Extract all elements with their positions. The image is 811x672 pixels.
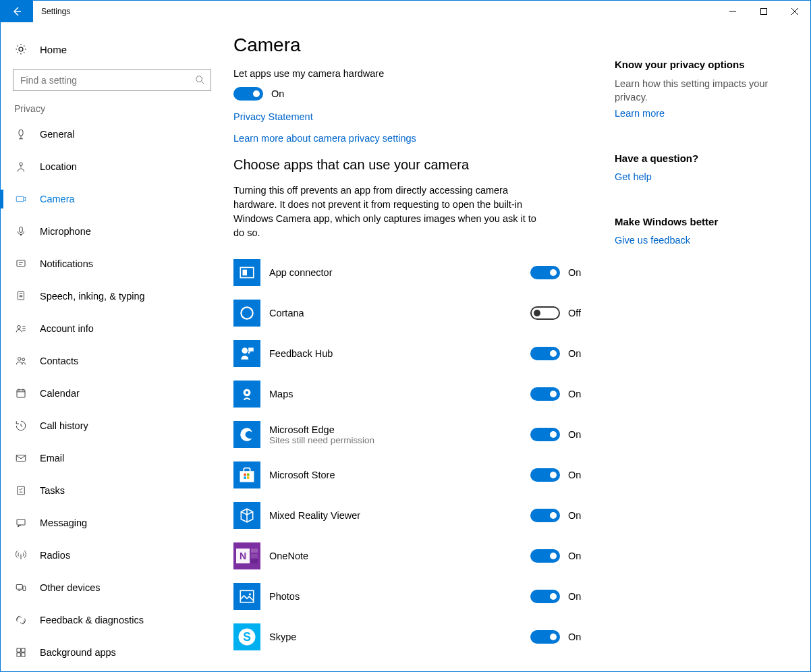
gear-icon xyxy=(14,43,28,56)
app-row: Mixed Reality ViewerOn xyxy=(233,495,594,536)
sidebar-item-camera[interactable]: Camera xyxy=(1,183,223,215)
sidebar-item-label: Calendar xyxy=(40,388,80,399)
home-button[interactable]: Home xyxy=(1,40,223,59)
maximize-button[interactable] xyxy=(748,1,779,22)
app-toggle[interactable] xyxy=(530,347,560,360)
svg-point-8 xyxy=(18,326,21,329)
aside-privacy-body: Learn how this setting impacts your priv… xyxy=(615,77,770,105)
app-icon xyxy=(233,300,260,327)
app-name-label: Skype xyxy=(269,632,530,642)
sidebar-item-label: Location xyxy=(40,161,77,172)
window-controls xyxy=(717,1,810,22)
svg-rect-38 xyxy=(251,559,258,563)
aside-feedback-title: Make Windows better xyxy=(615,216,770,227)
search-input[interactable] xyxy=(13,69,211,91)
app-toggle[interactable] xyxy=(530,387,560,401)
svg-rect-16 xyxy=(23,586,26,591)
sidebar-item-label: Tasks xyxy=(40,485,65,496)
svg-rect-36 xyxy=(251,549,258,553)
app-row: App connectorOn xyxy=(233,252,594,293)
app-toggle-state: On xyxy=(568,470,581,480)
sidebar-item-label: Account info xyxy=(40,323,94,334)
svg-point-1 xyxy=(196,76,202,82)
aside-give-feedback-link[interactable]: Give us feedback xyxy=(615,235,690,246)
back-button[interactable] xyxy=(1,1,33,22)
sidebar-item-messaging[interactable]: Messaging xyxy=(1,507,223,539)
svg-rect-32 xyxy=(247,476,250,479)
app-row: MapsOn xyxy=(233,374,594,414)
tasks-icon xyxy=(14,484,28,497)
app-toggle-state: Off xyxy=(568,308,581,318)
app-icon xyxy=(233,421,260,448)
sidebar-item-tasks[interactable]: Tasks xyxy=(1,474,223,507)
app-name-label: Microsoft Edge xyxy=(269,424,530,435)
sidebar-item-radios[interactable]: Radios xyxy=(1,539,223,571)
svg-text:N: N xyxy=(240,551,246,561)
app-toggle[interactable] xyxy=(530,306,560,320)
sidebar-item-label: Speech, inking, & typing xyxy=(40,291,145,302)
sidebar-item-label: Background apps xyxy=(40,647,116,658)
sidebar-item-speech[interactable]: Speech, inking, & typing xyxy=(1,280,223,312)
sidebar: Home Privacy GeneralLocationCameraMicrop… xyxy=(1,22,223,671)
svg-rect-11 xyxy=(17,390,25,397)
app-toggle[interactable] xyxy=(530,630,560,644)
minimize-button[interactable] xyxy=(717,1,748,22)
sidebar-item-email[interactable]: Email xyxy=(1,442,223,474)
master-toggle-label: Let apps use my camera hardware xyxy=(233,68,594,79)
sidebar-item-label: Messaging xyxy=(40,517,87,528)
svg-rect-19 xyxy=(17,653,20,656)
svg-rect-5 xyxy=(20,227,23,232)
search-icon xyxy=(195,75,204,87)
sidebar-item-otherdevices[interactable]: Other devices xyxy=(1,571,223,604)
sidebar-item-callhistory[interactable]: Call history xyxy=(1,410,223,442)
app-row: NOneNoteOn xyxy=(233,536,594,576)
app-toggle[interactable] xyxy=(530,509,560,522)
learn-more-camera-link[interactable]: Learn more about camera privacy settings xyxy=(233,133,594,144)
sidebar-item-microphone[interactable]: Microphone xyxy=(1,215,223,248)
sidebar-item-feedback[interactable]: Feedback & diagnostics xyxy=(1,604,223,636)
svg-rect-2 xyxy=(19,130,23,136)
section-label: Privacy xyxy=(1,103,223,118)
app-toggle[interactable] xyxy=(530,468,560,482)
app-toggle[interactable] xyxy=(530,428,560,441)
svg-point-9 xyxy=(18,358,22,361)
privacy-statement-link[interactable]: Privacy Statement xyxy=(233,111,594,122)
app-toggle[interactable] xyxy=(530,590,560,603)
sidebar-item-location[interactable]: Location xyxy=(1,150,223,183)
microphone-icon xyxy=(14,225,28,238)
aside-get-help-link[interactable]: Get help xyxy=(615,171,652,182)
email-icon xyxy=(14,451,28,465)
app-toggle[interactable] xyxy=(530,266,560,279)
svg-rect-18 xyxy=(22,648,25,652)
close-button[interactable] xyxy=(779,1,810,22)
svg-rect-29 xyxy=(244,474,246,476)
svg-rect-6 xyxy=(17,260,25,267)
app-toggle-state: On xyxy=(568,389,581,399)
svg-rect-15 xyxy=(16,585,22,590)
app-toggle-state: On xyxy=(568,267,581,278)
master-toggle-state: On xyxy=(271,88,284,99)
app-name-label: Cortana xyxy=(269,308,530,318)
sidebar-item-calendar[interactable]: Calendar xyxy=(1,377,223,410)
sidebar-item-label: Camera xyxy=(40,194,75,204)
callhistory-icon xyxy=(14,419,28,432)
sidebar-item-label: Call history xyxy=(40,420,88,431)
svg-rect-0 xyxy=(761,9,767,15)
app-toggle-state: On xyxy=(568,591,581,602)
svg-rect-37 xyxy=(251,554,258,558)
aside-learn-more-link[interactable]: Learn more xyxy=(615,108,665,119)
app-icon xyxy=(233,259,260,286)
app-name-label: Mixed Reality Viewer xyxy=(269,510,530,521)
svg-rect-39 xyxy=(240,590,254,602)
sidebar-item-general[interactable]: General xyxy=(1,118,223,150)
calendar-icon xyxy=(14,387,28,400)
app-row: Microsoft EdgeSites still need permissio… xyxy=(233,414,594,455)
app-toggle[interactable] xyxy=(530,549,560,563)
sidebar-item-contacts[interactable]: Contacts xyxy=(1,345,223,377)
master-toggle[interactable] xyxy=(233,87,263,101)
svg-rect-20 xyxy=(22,653,25,656)
sidebar-item-notifications[interactable]: Notifications xyxy=(1,248,223,280)
choose-apps-heading: Choose apps that can use your camera xyxy=(233,157,594,173)
sidebar-item-accountinfo[interactable]: Account info xyxy=(1,312,223,345)
sidebar-item-background[interactable]: Background apps xyxy=(1,636,223,669)
